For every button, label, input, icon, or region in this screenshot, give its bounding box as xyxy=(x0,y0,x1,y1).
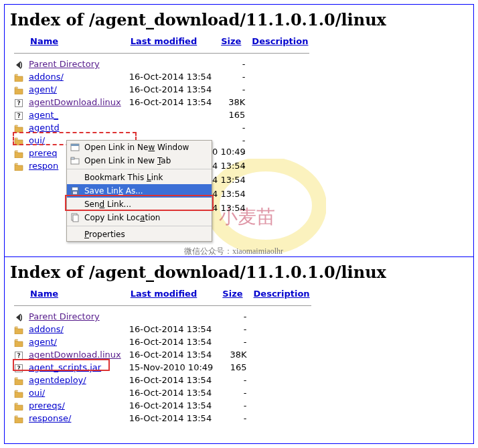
unknown-icon: ? xyxy=(10,348,25,361)
file-link[interactable]: agentdeploy/ xyxy=(29,375,86,385)
col-desc[interactable]: Description xyxy=(254,289,310,299)
back-icon xyxy=(10,310,25,323)
modified-cell: 16-Oct-2014 13:54 xyxy=(125,335,218,348)
file-link[interactable]: addons/ xyxy=(29,72,64,82)
modified-cell: 16-Oct-2014 13:54 xyxy=(125,323,218,335)
file-link[interactable]: oui/ xyxy=(29,388,45,398)
watermark-sub: 微信公众号：xiaomaimiaolhr xyxy=(184,246,283,257)
modified-cell xyxy=(125,310,218,323)
table-row: agent/16-Oct-2014 13:54- xyxy=(10,83,313,96)
modified-cell xyxy=(125,108,216,121)
file-link[interactable]: Parent Directory xyxy=(29,311,100,321)
size-cell: - xyxy=(217,310,248,323)
bottom-panel: Index of /agent_download/11.1.0.1.0/linu… xyxy=(4,256,474,444)
save-icon xyxy=(70,186,80,196)
size-cell: - xyxy=(216,58,246,70)
folder-icon xyxy=(10,399,25,412)
modified-cell: 16-Oct-2014 13:54 xyxy=(125,374,218,386)
col-size[interactable]: Size xyxy=(221,36,241,46)
modified-cell: 16-Oct-2014 13:54 xyxy=(125,83,216,96)
file-link[interactable]: prereq xyxy=(29,148,58,158)
col-modified[interactable]: Last modified xyxy=(131,289,197,299)
size-cell: - xyxy=(217,399,248,412)
file-link[interactable]: oui/ xyxy=(29,135,45,145)
file-link[interactable]: agentDownload.linux xyxy=(29,97,121,107)
folder-icon xyxy=(10,386,25,399)
folder-icon xyxy=(10,412,25,425)
size-cell: - xyxy=(216,134,246,147)
svg-text:?: ? xyxy=(17,352,20,359)
unknown-icon: ? xyxy=(10,361,25,374)
file-rows-bottom: Parent Directory-addons/16-Oct-2014 13:5… xyxy=(10,310,315,425)
file-link[interactable]: agent/ xyxy=(29,84,57,94)
file-link[interactable]: agentDownload.linux xyxy=(29,350,121,360)
modified-cell: 16-Oct-2014 13:54 xyxy=(125,412,218,425)
file-link[interactable]: Parent Directory xyxy=(29,59,100,69)
folder-icon xyxy=(10,147,25,159)
context-menu: Open Link in New WindowOpen Link in New … xyxy=(66,140,212,242)
svg-rect-10 xyxy=(72,188,78,190)
table-row: addons/16-Oct-2014 13:54- xyxy=(10,323,315,335)
page-title: Index of /agent_download/11.1.0.1.0/linu… xyxy=(10,263,468,282)
size-cell: - xyxy=(217,323,248,335)
unknown-icon: ? xyxy=(10,108,25,121)
table-row: addons/16-Oct-2014 13:54- xyxy=(10,70,313,83)
file-link[interactable]: prereqs/ xyxy=(29,400,65,410)
modified-cell xyxy=(125,121,216,134)
svg-rect-13 xyxy=(73,215,78,222)
col-modified[interactable]: Last modified xyxy=(131,36,197,46)
col-name[interactable]: Name xyxy=(30,36,58,46)
copy-icon xyxy=(70,213,80,222)
modified-cell: 16-Oct-2014 13:54 xyxy=(125,386,218,399)
menu-item-save-link-as[interactable]: Save Link As... xyxy=(67,184,212,198)
menu-item-bookmark-this-link[interactable]: Bookmark This Link xyxy=(67,171,212,184)
file-link[interactable]: agent/ xyxy=(29,337,57,347)
table-row: ?agentDownload.linux16-Oct-2014 13:5438K xyxy=(10,348,315,361)
col-desc[interactable]: Description xyxy=(252,36,308,46)
modified-cell: 16-Oct-2014 13:54 xyxy=(125,399,218,412)
menu-item-copy-link-location[interactable]: Copy Link Location xyxy=(67,211,212,224)
window-icon xyxy=(70,143,80,152)
table-row: ?agent_scripts.jar15-Nov-2010 10:49165 xyxy=(10,361,315,374)
folder-icon xyxy=(10,83,25,96)
menu-item-send-link[interactable]: Send Link... xyxy=(67,198,212,211)
folder-icon xyxy=(10,134,25,147)
table-row: agentd- xyxy=(10,121,313,134)
file-link[interactable]: response/ xyxy=(29,413,71,423)
table-row: oui/16-Oct-2014 13:54- xyxy=(10,386,315,399)
modified-cell: 16-Oct-2014 13:54 xyxy=(125,96,216,108)
size-cell: - xyxy=(216,121,246,134)
table-row: ?agentDownload.linux16-Oct-2014 13:5438K xyxy=(10,96,313,108)
file-listing-table: Name Last modified Size Description Pare… xyxy=(10,289,315,425)
size-cell: 165 xyxy=(217,361,248,374)
size-cell: - xyxy=(217,374,248,386)
svg-rect-6 xyxy=(71,144,79,146)
folder-icon xyxy=(10,159,25,172)
table-row: agent/16-Oct-2014 13:54- xyxy=(10,335,315,348)
folder-icon xyxy=(10,70,25,83)
table-row: ?agent_165 xyxy=(10,108,313,121)
menu-item-open-link-in-new-window[interactable]: Open Link in New Window xyxy=(67,141,212,154)
svg-text:?: ? xyxy=(17,365,20,372)
col-name[interactable]: Name xyxy=(30,289,58,299)
col-size[interactable]: Size xyxy=(222,289,242,299)
modified-cell xyxy=(125,58,216,70)
file-link[interactable]: respon xyxy=(29,161,58,171)
folder-icon xyxy=(10,121,25,134)
menu-item-properties[interactable]: Properties xyxy=(67,228,212,241)
svg-text:?: ? xyxy=(17,113,20,119)
table-row: prereqs/16-Oct-2014 13:54- xyxy=(10,399,315,412)
unknown-icon: ? xyxy=(10,96,25,108)
size-cell: - xyxy=(216,70,246,83)
size-cell: 38K xyxy=(216,96,246,108)
file-link[interactable]: agent_scripts.jar xyxy=(29,362,101,372)
size-cell: 38K xyxy=(217,348,248,361)
svg-rect-8 xyxy=(71,157,74,159)
menu-item-open-link-in-new-tab[interactable]: Open Link in New Tab xyxy=(67,154,212,167)
file-link[interactable]: agent_ xyxy=(29,110,58,120)
modified-cell: 16-Oct-2014 13:54 xyxy=(125,348,218,361)
file-link[interactable]: agentd xyxy=(29,123,60,133)
file-link[interactable]: addons/ xyxy=(29,324,64,334)
modified-cell: 15-Nov-2010 10:49 xyxy=(125,361,218,374)
size-cell: - xyxy=(217,412,248,425)
